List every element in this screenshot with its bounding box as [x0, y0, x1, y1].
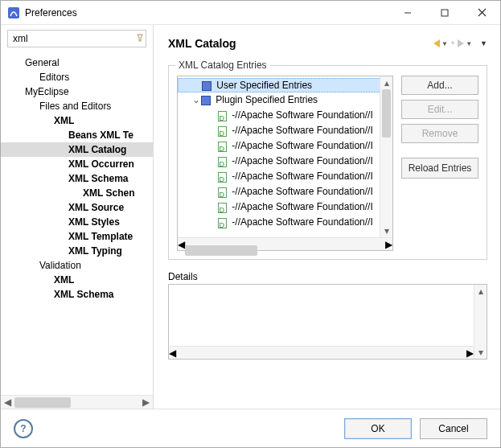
- details-vertical-scrollbar[interactable]: ▴ ▾: [474, 285, 487, 359]
- dtd-icon: [218, 203, 227, 213]
- scroll-left-icon[interactable]: ◀: [178, 239, 185, 250]
- dtd-icon: [218, 172, 227, 183]
- scroll-up-icon[interactable]: ▴: [380, 76, 392, 89]
- tree-item[interactable]: Files and Editors: [1, 99, 153, 113]
- page-title: XML Catalog: [168, 37, 432, 50]
- close-button[interactable]: [463, 1, 500, 25]
- details-horizontal-scrollbar[interactable]: ◀ ▶: [169, 346, 474, 359]
- list-item[interactable]: ⌄ Plugin Specified Entries: [178, 92, 392, 108]
- scroll-right-icon[interactable]: ▶: [385, 239, 392, 250]
- filter-input[interactable]: [11, 32, 135, 45]
- tree-item[interactable]: XML Schema: [1, 171, 153, 186]
- help-button[interactable]: ?: [14, 419, 33, 438]
- right-pane: XML Catalog ▼ • ▼ ▼ XML Catalog Entries …: [154, 25, 500, 409]
- scroll-left-icon[interactable]: ◀: [1, 396, 14, 409]
- tree-item[interactable]: General: [1, 55, 153, 70]
- list-vertical-scrollbar[interactable]: ▴ ▾: [380, 76, 392, 237]
- remove-button[interactable]: Remove: [401, 124, 478, 143]
- expand-toggle[interactable]: ⌄: [192, 92, 200, 108]
- left-pane: GeneralEditorsMyEclipseFiles and Editors…: [1, 25, 154, 409]
- scroll-right-icon[interactable]: ▶: [466, 347, 474, 359]
- dtd-icon: [218, 111, 227, 121]
- tree-item[interactable]: XML Schema: [1, 287, 153, 302]
- dtd-icon: [218, 126, 227, 137]
- nav-back-button[interactable]: ▼: [432, 39, 450, 47]
- scrollbar-thumb[interactable]: [382, 89, 391, 138]
- scroll-right-icon[interactable]: ▶: [139, 396, 153, 409]
- chevron-down-icon[interactable]: ▼: [441, 40, 448, 47]
- scroll-up-icon[interactable]: ▴: [474, 285, 487, 298]
- add-button[interactable]: Add...: [401, 76, 478, 95]
- dtd-icon: [218, 142, 227, 152]
- tree-item[interactable]: XML: [1, 113, 153, 128]
- ok-button[interactable]: OK: [344, 418, 412, 439]
- window-title: Preferences: [25, 7, 389, 18]
- tree-horizontal-scrollbar[interactable]: ◀ ▶: [1, 395, 153, 409]
- list-item[interactable]: -//Apache Software Foundation//I: [178, 108, 392, 123]
- list-item[interactable]: -//Apache Software Foundation//I: [178, 199, 392, 215]
- scrollbar-thumb[interactable]: [185, 245, 257, 256]
- tree-item[interactable]: XML Catalog: [1, 142, 153, 157]
- preferences-tree[interactable]: GeneralEditorsMyEclipseFiles and Editors…: [1, 52, 153, 395]
- tree-item[interactable]: XML Styles: [1, 215, 153, 229]
- preferences-window: Preferences GeneralEditorsMyEclipseFiles…: [0, 0, 501, 448]
- arrow-left-icon: [433, 39, 440, 47]
- dtd-icon: [218, 157, 227, 167]
- arrow-right-icon: [458, 39, 464, 47]
- tree-item[interactable]: XML Typing: [1, 244, 153, 258]
- catalog-entries-group: XML Catalog Entries User Specified Entri…: [168, 65, 487, 260]
- catalog-root-icon: [202, 81, 211, 91]
- tree-item[interactable]: XML Occurren: [1, 157, 153, 171]
- list-horizontal-scrollbar[interactable]: ◀ ▶: [178, 237, 392, 250]
- tree-item[interactable]: XML Source: [1, 200, 153, 215]
- catalog-list[interactable]: User Specified Entries⌄ Plugin Specified…: [177, 76, 393, 251]
- scroll-down-icon[interactable]: ▾: [474, 346, 487, 359]
- tree-item[interactable]: XML Schen: [1, 186, 153, 200]
- list-item[interactable]: User Specified Entries: [178, 78, 392, 92]
- scrollbar-thumb[interactable]: [14, 397, 71, 408]
- dtd-icon: [218, 218, 227, 228]
- tree-item[interactable]: XML Template: [1, 229, 153, 244]
- tree-item[interactable]: Editors: [1, 70, 153, 84]
- tree-item[interactable]: Beans XML Te: [1, 128, 153, 142]
- list-item[interactable]: -//Apache Software Foundation//I: [178, 154, 392, 169]
- edit-button[interactable]: Edit...: [401, 100, 478, 119]
- tree-item[interactable]: MyEclipse: [1, 84, 153, 99]
- list-item[interactable]: -//Apache Software Foundation//I: [178, 138, 392, 154]
- tree-item[interactable]: XML: [1, 273, 153, 287]
- group-legend: XML Catalog Entries: [175, 60, 270, 71]
- details-panel: ▴ ▾ ◀ ▶: [168, 284, 487, 360]
- dtd-icon: [218, 187, 227, 198]
- dialog-footer: ? OK Cancel: [1, 409, 500, 447]
- app-icon: [7, 6, 20, 19]
- details-label: Details: [168, 271, 487, 282]
- list-item[interactable]: -//Apache Software Foundation//I: [178, 169, 392, 184]
- svg-rect-0: [8, 7, 19, 18]
- clear-filter-icon[interactable]: [135, 33, 145, 45]
- maximize-button[interactable]: [426, 1, 463, 25]
- minimize-button[interactable]: [389, 1, 426, 25]
- titlebar: Preferences: [1, 1, 500, 25]
- tree-item[interactable]: Validation: [1, 258, 153, 273]
- filter-box[interactable]: [7, 30, 146, 47]
- view-menu-button[interactable]: ▼: [480, 39, 487, 47]
- chevron-down-icon[interactable]: ▼: [466, 40, 472, 47]
- svg-rect-2: [441, 10, 448, 16]
- list-item[interactable]: -//Apache Software Foundation//I: [178, 215, 392, 230]
- nav-forward-button: ▼: [456, 39, 474, 47]
- catalog-root-icon: [201, 96, 211, 105]
- list-item[interactable]: -//Apache Software Foundation//I: [178, 184, 392, 199]
- reload-entries-button[interactable]: Reload Entries: [401, 158, 478, 179]
- scroll-left-icon[interactable]: ◀: [169, 347, 176, 359]
- list-item[interactable]: -//Apache Software Foundation//I: [178, 123, 392, 138]
- scroll-down-icon[interactable]: ▾: [380, 224, 392, 237]
- cancel-button[interactable]: Cancel: [420, 418, 487, 439]
- page-nav: ▼ • ▼ ▼: [432, 38, 487, 49]
